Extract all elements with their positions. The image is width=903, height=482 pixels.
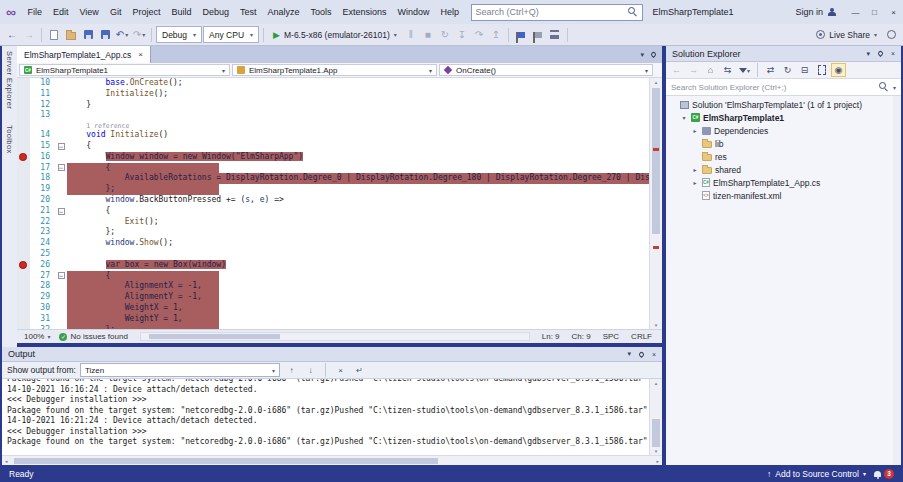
breakpoint-margin[interactable]: [17, 110, 30, 121]
breakpoint-margin[interactable]: [17, 130, 30, 141]
fold-margin[interactable]: [55, 130, 67, 141]
scroll-right-icon[interactable]: ▸: [656, 456, 659, 465]
save-icon[interactable]: [80, 26, 96, 44]
tree-item-elmsharptemplate1-app-cs[interactable]: ▸C#ElmSharpTemplate1_App.cs: [666, 176, 901, 189]
menu-tools[interactable]: Tools: [305, 0, 337, 24]
fold-margin[interactable]: [55, 238, 67, 249]
back-icon[interactable]: ←: [669, 63, 684, 77]
breakpoint-margin[interactable]: [17, 141, 30, 152]
output-vertical-scrollbar[interactable]: ▴ ▾: [649, 379, 662, 455]
fold-margin[interactable]: [55, 281, 67, 292]
start-debugging-button[interactable]: ▶ M-6.5-x86 (emulator-26101) ▾: [268, 26, 402, 44]
fold-margin[interactable]: [55, 89, 67, 100]
chevron-down-icon[interactable]: ▾: [627, 350, 631, 358]
solution-configurations-dropdown[interactable]: Debug ▾: [156, 26, 202, 43]
fold-margin[interactable]: −: [55, 163, 67, 174]
code-text[interactable]: window.BackButtonPressed += (s, e) =>: [67, 195, 649, 206]
menu-view[interactable]: View: [74, 0, 104, 24]
breakpoint-margin[interactable]: [17, 303, 30, 314]
menu-file[interactable]: File: [22, 0, 48, 24]
scrollbar-thumb[interactable]: [652, 88, 660, 234]
issues-indicator[interactable]: ✓ No issues found: [59, 332, 127, 341]
add-to-source-control-button[interactable]: ↑ Add to Source Control ▾: [767, 469, 866, 479]
pin-icon[interactable]: [877, 50, 884, 57]
fold-margin[interactable]: −: [55, 271, 67, 282]
code-text[interactable]: Exit();: [67, 217, 649, 228]
pin-icon[interactable]: [650, 51, 657, 58]
chevron-down-icon[interactable]: ▾: [866, 50, 870, 58]
codelens-references[interactable]: 1 reference: [86, 122, 129, 130]
tree-item-tizen-manifest-xml[interactable]: <>tizen-manifest.xml: [666, 189, 901, 202]
tree-item-solution-elmsharptemplate1-1-of-1-projec[interactable]: Solution 'ElmSharpTemplate1' (1 of 1 pro…: [666, 98, 901, 111]
menu-project[interactable]: Project: [127, 0, 166, 24]
forward-icon[interactable]: →: [686, 63, 701, 77]
step-out-icon[interactable]: ↥: [488, 26, 504, 44]
save-all-icon[interactable]: [97, 26, 113, 44]
breakpoint-margin[interactable]: [17, 173, 30, 184]
notifications-button[interactable]: 3: [874, 469, 894, 479]
task-list-icon[interactable]: [547, 26, 563, 44]
sidebar-item-toolbox[interactable]: Toolbox: [5, 125, 14, 154]
breadcrumb-method-dropdown[interactable]: OnCreate() ▾: [439, 64, 653, 76]
tree-expanded-icon[interactable]: ▾: [680, 114, 688, 121]
breakpoint-margin[interactable]: [17, 314, 30, 325]
previous-message-icon[interactable]: ↑: [284, 363, 299, 377]
menu-git[interactable]: Git: [104, 0, 127, 24]
fold-collapse-icon[interactable]: −: [58, 208, 65, 215]
code-text[interactable]: window.Show();: [67, 238, 649, 249]
code-text[interactable]: {: [67, 271, 649, 282]
code-text[interactable]: Window window = new Window("ElmSharpApp"…: [67, 152, 649, 163]
code-text[interactable]: {: [67, 206, 649, 217]
scroll-up-icon[interactable]: ▴: [650, 79, 662, 85]
code-text[interactable]: var box = new Box(window): [67, 260, 649, 271]
breakpoint-margin[interactable]: [17, 195, 30, 206]
breakpoint-margin[interactable]: [17, 271, 30, 282]
editor-vertical-scrollbar[interactable]: ▴ ▾: [649, 78, 662, 329]
sidebar-item-server-explorer[interactable]: Server Explorer: [5, 51, 14, 109]
breakpoint-margin[interactable]: [17, 238, 30, 249]
flag-outline-icon[interactable]: [530, 26, 546, 44]
new-file-icon[interactable]: [46, 26, 62, 44]
quick-search-box[interactable]: Search (Ctrl+Q): [471, 4, 643, 21]
stop-icon[interactable]: ■: [420, 26, 436, 44]
scroll-up-icon[interactable]: ▴: [650, 380, 662, 386]
menu-window[interactable]: Window: [392, 0, 435, 24]
breakpoint-margin[interactable]: [17, 100, 30, 111]
step-into-icon[interactable]: ↧: [454, 26, 470, 44]
next-message-icon[interactable]: ↓: [303, 363, 318, 377]
restart-icon[interactable]: ↻: [437, 26, 453, 44]
search-icon[interactable]: [628, 7, 638, 17]
fold-margin[interactable]: [55, 78, 67, 89]
collapse-all-icon[interactable]: ⊟: [797, 63, 812, 77]
clear-all-icon[interactable]: ×: [333, 363, 348, 377]
tree-collapsed-icon[interactable]: ▸: [691, 127, 699, 134]
menu-extensions[interactable]: Extensions: [337, 0, 392, 24]
pin-icon[interactable]: [638, 350, 645, 357]
tree-item-elmsharptemplate1[interactable]: ▾C#ElmSharpTemplate1: [666, 111, 901, 124]
breakpoint-icon[interactable]: [19, 153, 27, 161]
refresh-icon[interactable]: ↻: [780, 63, 795, 77]
chevron-down-icon[interactable]: ▾: [893, 84, 896, 91]
breakpoint-margin[interactable]: [17, 89, 30, 100]
breakpoint-margin[interactable]: [17, 227, 30, 238]
breadcrumb-class-dropdown[interactable]: ElmSharpTemplate1.App ▾: [232, 64, 437, 76]
breakpoint-margin[interactable]: [17, 249, 30, 260]
fold-margin[interactable]: [55, 303, 67, 314]
code-area[interactable]: 10 base.OnCreate();11 Initialize();12 }1…: [17, 78, 649, 329]
fold-margin[interactable]: [55, 227, 67, 238]
navigate-back-icon[interactable]: ←: [4, 26, 20, 44]
breakpoint-margin[interactable]: [17, 292, 30, 303]
home-icon[interactable]: ⌂: [703, 63, 718, 77]
code-text[interactable]: void Initialize(): [67, 130, 649, 141]
zoom-dropdown[interactable]: 100% ▾: [21, 332, 53, 341]
editor-horizontal-scrollbar[interactable]: [140, 332, 530, 341]
preview-selected-items-icon[interactable]: ◉: [831, 63, 846, 77]
tree-item-res[interactable]: res: [666, 150, 901, 163]
breakpoint-margin[interactable]: [17, 78, 30, 89]
scroll-left-icon[interactable]: ◂: [5, 456, 8, 465]
output-horizontal-scrollbar[interactable]: ◂ ▸: [2, 455, 662, 465]
code-text[interactable]: };: [67, 184, 649, 195]
pause-icon[interactable]: ‖: [403, 26, 419, 44]
breakpoint-margin[interactable]: [17, 281, 30, 292]
scrollbar-thumb[interactable]: [14, 458, 438, 464]
